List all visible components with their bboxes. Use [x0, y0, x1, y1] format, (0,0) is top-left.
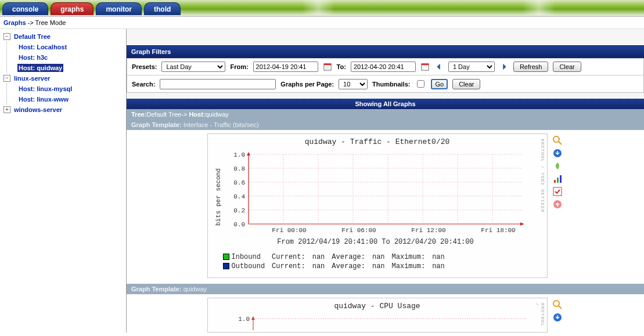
main-content: Graph Filters Presets: Last Day From: To… — [127, 29, 644, 333]
graph-row-2: RRDTOOL / quidway - CPU Usage 1.0 — [127, 294, 644, 333]
graph-traffic[interactable]: RRDTOOL / TOBI OETIKER quidway - Traffic… — [207, 133, 548, 278]
expand-icon[interactable]: + — [3, 106, 10, 113]
tree-lbl: Tree: — [131, 111, 146, 118]
svg-rect-36 — [557, 178, 559, 183]
clear-button[interactable]: Clear — [553, 62, 581, 72]
svg-text:1.0: 1.0 — [238, 316, 250, 323]
svg-text:0.0: 0.0 — [233, 221, 245, 228]
shift-left-icon[interactable] — [434, 62, 444, 71]
svg-text:0.8: 0.8 — [233, 165, 245, 172]
plot-area: 1.0 — [226, 313, 534, 330]
realtime-icon[interactable] — [553, 174, 562, 183]
tree-path-bar: Tree:Default Tree-> Host:quidway — [127, 109, 644, 120]
graph-actions — [551, 298, 564, 333]
svg-line-33 — [559, 142, 562, 144]
calendar-icon[interactable] — [420, 62, 430, 71]
to-input[interactable] — [351, 62, 416, 72]
collapse-icon[interactable]: − — [3, 75, 10, 82]
graph-template-bar-1: Graph Template: Interface - Traffic (bit… — [127, 120, 644, 130]
tree-node-h3c: Host: h3c — [15, 52, 125, 63]
template-value: Interface - Traffic (bits/sec) — [184, 121, 259, 128]
graph-subtitle: From 2012/04/19 20:41:00 To 2012/04/20 2… — [222, 238, 530, 246]
calendar-icon[interactable] — [323, 62, 332, 71]
gpp-select[interactable]: 10 — [339, 79, 368, 89]
tab-thold[interactable]: thold — [144, 2, 181, 16]
refresh-button[interactable]: Refresh — [513, 62, 549, 72]
go-button[interactable]: Go — [431, 79, 448, 89]
template-label: Graph Template: — [131, 121, 184, 128]
tree-link-linuxmysql[interactable]: Host: linux-mysql — [17, 85, 73, 93]
source-icon[interactable] — [553, 161, 562, 171]
timespan-select[interactable]: 1 Day — [448, 62, 495, 72]
svg-rect-35 — [554, 180, 556, 183]
tree-link-quidway[interactable]: Host: quidway — [17, 64, 63, 72]
to-label: To: — [337, 63, 346, 70]
svg-rect-38 — [553, 187, 562, 196]
svg-text:0.2: 0.2 — [233, 207, 245, 214]
tree-node-linuxwww: Host: linux-www — [15, 94, 125, 104]
svg-point-44 — [553, 301, 559, 306]
from-input[interactable] — [253, 62, 318, 72]
tree-link-linuxwww[interactable]: Host: linux-www — [17, 95, 70, 103]
swatch-inbound — [223, 254, 229, 260]
breadcrumb-root[interactable]: Graphs — [3, 19, 26, 26]
tree-link-h3c[interactable]: Host: h3c — [17, 53, 49, 62]
template-value: quidway — [184, 286, 207, 292]
tree-link-windows[interactable]: windows-server — [13, 106, 63, 114]
presets-select[interactable]: Last Day — [161, 62, 225, 72]
tree-node-windows: + windows-server — [1, 104, 125, 115]
tree-link-localhost[interactable]: Host: Localhost — [17, 43, 68, 51]
graph-row-1: RRDTOOL / TOBI OETIKER quidway - Traffic… — [127, 130, 644, 284]
search-input[interactable] — [160, 79, 276, 89]
svg-rect-5 — [422, 64, 429, 66]
tree-link-default[interactable]: Default Tree — [13, 32, 52, 41]
tab-graphs[interactable]: graphs — [51, 2, 93, 16]
presets-label: Presets: — [132, 63, 157, 70]
collapse-icon[interactable]: − — [3, 33, 10, 40]
graph-title: quidway - CPU Usage — [215, 302, 540, 310]
tree-link-linux[interactable]: linux-server — [13, 74, 51, 82]
clear-button-2[interactable]: Clear — [452, 79, 480, 89]
tree-node-linuxmysql: Host: linux-mysql — [15, 84, 125, 94]
nav-tabs: console graphs monitor thold — [0, 2, 181, 16]
svg-marker-41 — [251, 316, 255, 320]
sep: -> — [181, 111, 189, 118]
edit-icon[interactable] — [553, 187, 562, 196]
filter-header: Graph Filters — [127, 45, 644, 58]
legend-row-outbound: Outbound Current:nan Average:nan Maximum… — [223, 262, 451, 270]
host-val: quidway — [205, 111, 228, 118]
breadcrumb-leaf: Tree Mode — [35, 19, 66, 26]
kill-icon[interactable] — [553, 200, 562, 209]
svg-text:Fri 12:00: Fri 12:00 — [411, 227, 445, 234]
rrdtool-credit: RRDTOOL / TOBI OETIKER — [540, 139, 545, 213]
search-label: Search: — [132, 81, 155, 88]
breadcrumb: Graphs -> Tree Mode — [0, 16, 644, 29]
svg-marker-21 — [520, 222, 524, 226]
zoom-icon[interactable] — [553, 136, 562, 145]
tree-sidebar: − Default Tree Host: Localhost Host: h3c… — [0, 29, 127, 333]
svg-text:Fri 00:00: Fri 00:00 — [272, 227, 306, 234]
swatch-outbound — [223, 263, 229, 269]
shift-right-icon[interactable] — [499, 62, 509, 71]
export-icon[interactable] — [553, 149, 562, 158]
tab-monitor[interactable]: monitor — [96, 2, 142, 16]
svg-text:0.6: 0.6 — [233, 179, 245, 186]
legend: Inbound Current:nan Average:nan Maximum:… — [222, 252, 452, 272]
svg-point-32 — [553, 136, 559, 142]
graph-actions — [551, 133, 564, 278]
export-icon[interactable] — [553, 313, 562, 322]
svg-text:Fri 06:00: Fri 06:00 — [341, 227, 376, 234]
from-label: From: — [230, 63, 248, 70]
tab-console[interactable]: console — [2, 2, 48, 16]
legend-row-inbound: Inbound Current:nan Average:nan Maximum:… — [223, 253, 451, 261]
thumbnails-checkbox[interactable] — [417, 80, 424, 88]
svg-marker-19 — [247, 152, 250, 156]
template-label: Graph Template: — [131, 286, 184, 292]
tree-node-quidway: Host: quidway — [15, 63, 125, 73]
y-axis-label: bits per second — [215, 168, 222, 226]
zoom-icon[interactable] — [553, 300, 562, 309]
graph-cpu[interactable]: RRDTOOL / quidway - CPU Usage 1.0 — [207, 298, 548, 333]
showing-all-bar: Showing All Graphs — [127, 99, 644, 109]
gpp-label: Graphs per Page: — [280, 81, 334, 88]
svg-rect-37 — [560, 175, 562, 183]
